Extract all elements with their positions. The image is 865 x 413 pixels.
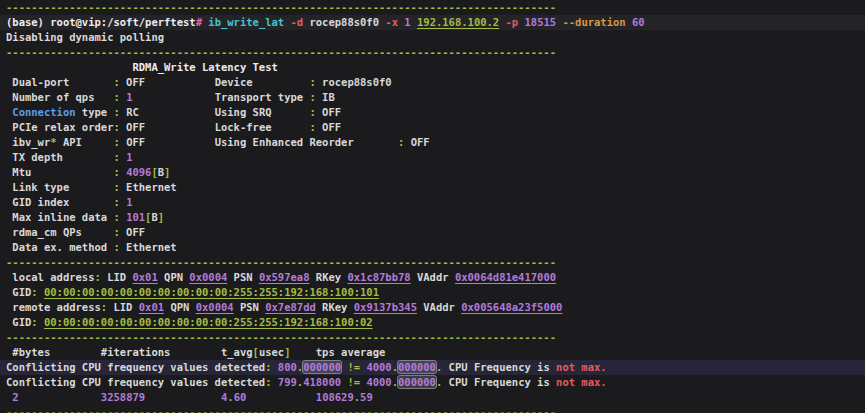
text-segment: not max. bbox=[556, 361, 607, 373]
text-segment: 101 bbox=[126, 211, 145, 223]
text-segment: OFF bbox=[120, 226, 145, 238]
text-segment: ib_write_lat bbox=[208, 16, 284, 28]
text-segment: 800 bbox=[278, 361, 297, 373]
text-segment: 59 bbox=[360, 391, 373, 403]
info-line-dataex: Data ex. method : Ethernet bbox=[0, 240, 865, 255]
text-segment: VAddr bbox=[417, 301, 461, 313]
separator-line: ----------------------------------------… bbox=[0, 330, 865, 345]
text-segment: rocep88s0f0 bbox=[316, 76, 392, 88]
text-segment bbox=[132, 91, 214, 103]
text-segment: 00:00:00:00:00:00:00:00:00:00:255:255:19… bbox=[44, 286, 379, 298]
text-segment: not max. bbox=[556, 376, 607, 388]
text-segment: 4000 bbox=[366, 361, 391, 373]
text-segment: Conflicting CPU frequency values detecte… bbox=[6, 376, 265, 388]
text-segment: 4000 bbox=[366, 376, 391, 388]
text-segment: GID index bbox=[6, 196, 113, 208]
text-segment: PSN bbox=[227, 271, 259, 283]
text-segment: 192.168.100.2 bbox=[417, 16, 499, 28]
text-segment: Conflicting CPU frequency values detecte… bbox=[6, 361, 265, 373]
separator-line: ----------------------------------------… bbox=[0, 45, 865, 60]
text-segment bbox=[145, 391, 221, 403]
text-segment: Data ex. method bbox=[6, 241, 113, 253]
text-segment: 3258879 bbox=[101, 391, 145, 403]
info-line-connection-srq: Connection type : RC Using SRQ : OFF bbox=[0, 105, 865, 120]
text-segment: ----------------------------------------… bbox=[6, 331, 556, 343]
cpu-warning-line: Conflicting CPU frequency values detecte… bbox=[0, 360, 865, 375]
separator-line: ----------------------------------------… bbox=[0, 405, 865, 413]
text-segment: GID bbox=[6, 316, 31, 328]
text-segment: PCIe relax order bbox=[6, 121, 113, 133]
text-segment: ] bbox=[164, 166, 170, 178]
text-segment: 0x01 bbox=[139, 301, 164, 313]
separator-line: ----------------------------------------… bbox=[0, 255, 865, 270]
text-segment: 60 bbox=[234, 391, 247, 403]
text-segment: Ethernet bbox=[120, 241, 177, 253]
local-address-line: local address: LID 0x01 QPN 0x0004 PSN 0… bbox=[0, 270, 865, 285]
text-segment: ] bbox=[158, 211, 164, 223]
text-segment: OFF bbox=[120, 136, 215, 148]
text-segment: #bytes #iterations t_avg bbox=[6, 346, 253, 358]
text-segment: Transport type bbox=[215, 91, 310, 103]
output-line-dynamic-polling: Disabling dynamic polling bbox=[0, 30, 865, 45]
text-segment: != bbox=[347, 361, 360, 373]
prompt-line: (base) root@vip:/soft/perftest# ib_write… bbox=[0, 15, 865, 30]
text-segment: local address bbox=[6, 271, 95, 283]
text-segment: Connection bbox=[12, 106, 75, 118]
text-segment: TX depth bbox=[6, 151, 113, 163]
text-segment: LID bbox=[107, 301, 139, 313]
text-segment: Link type bbox=[6, 181, 113, 193]
text-segment: Max inline data bbox=[6, 211, 113, 223]
text-segment: 418000 bbox=[303, 376, 341, 388]
cpu-warning-line: Conflicting CPU frequency values detecte… bbox=[0, 375, 865, 390]
text-segment: Dual-port bbox=[6, 76, 113, 88]
text-segment: Using Enhanced Reorder bbox=[215, 136, 398, 148]
info-line-rdmacm: rdma_cm QPs : OFF bbox=[0, 225, 865, 240]
info-line-linktype: Link type : Ethernet bbox=[0, 180, 865, 195]
text-segment: CPU Frequency is bbox=[442, 376, 556, 388]
text-segment: 0x005648a23f5000 bbox=[461, 301, 562, 313]
text-segment: OFF bbox=[120, 76, 215, 88]
text-segment: 0x0004 bbox=[189, 271, 227, 283]
text-segment: 0x1c87bb78 bbox=[347, 271, 410, 283]
results-data-line: 2 3258879 4.60 108629.59 bbox=[0, 390, 865, 405]
terminal: ----------------------------------------… bbox=[0, 0, 865, 413]
text-segment: OFF bbox=[316, 121, 341, 133]
text-segment: CPU Frequency is bbox=[442, 361, 556, 373]
text-segment: --duration bbox=[562, 16, 625, 28]
text-segment: -x bbox=[385, 16, 398, 28]
text-segment: tps average bbox=[291, 346, 386, 358]
text-segment: 0x01 bbox=[132, 271, 157, 283]
info-line-gidindex: GID index : 1 bbox=[0, 195, 865, 210]
text-segment: QPN bbox=[164, 301, 196, 313]
text-segment: 1 bbox=[126, 196, 132, 208]
info-line-qps-transport: Number of qps : 1 Transport type : IB bbox=[0, 90, 865, 105]
text-segment: API bbox=[57, 136, 114, 148]
text-segment: -d bbox=[291, 16, 304, 28]
text-segment: VAddr bbox=[411, 271, 455, 283]
text-segment: 00:00:00:00:00:00:00:00:00:00:255:255:19… bbox=[44, 316, 373, 328]
text-segment: 60 bbox=[632, 16, 645, 28]
text-segment: ----------------------------------------… bbox=[6, 406, 556, 413]
info-line-maxinline: Max inline data : 101[B] bbox=[0, 210, 865, 225]
info-line-pcie-lockfree: PCIe relax order: OFF Lock-free : OFF bbox=[0, 120, 865, 135]
text-segment: Ethernet bbox=[120, 181, 177, 193]
text-segment: LID bbox=[101, 271, 133, 283]
text-segment: RC bbox=[120, 106, 215, 118]
text-segment: ----------------------------------------… bbox=[6, 256, 556, 268]
text-segment: Device bbox=[215, 76, 310, 88]
text-segment: IB bbox=[316, 91, 335, 103]
text-segment: 000000 bbox=[398, 361, 436, 373]
text-segment: rocep88s0f0 bbox=[303, 16, 385, 28]
text-segment: RKey bbox=[309, 271, 347, 283]
text-segment: 000000 bbox=[303, 361, 341, 373]
text-segment: Disabling dynamic polling bbox=[6, 31, 164, 43]
text-segment: OFF bbox=[120, 121, 215, 133]
text-segment: -p bbox=[506, 16, 519, 28]
text-segment: 799 bbox=[278, 376, 297, 388]
text-segment: RDMA_Write Latency Test bbox=[6, 61, 278, 73]
text-segment: ----------------------------------------… bbox=[6, 1, 556, 13]
text-segment: ibv_wr bbox=[6, 136, 50, 148]
text-segment: 000000 bbox=[398, 376, 436, 388]
text-segment: ----------------------------------------… bbox=[6, 46, 556, 58]
test-title-line: RDMA_Write Latency Test bbox=[0, 60, 865, 75]
